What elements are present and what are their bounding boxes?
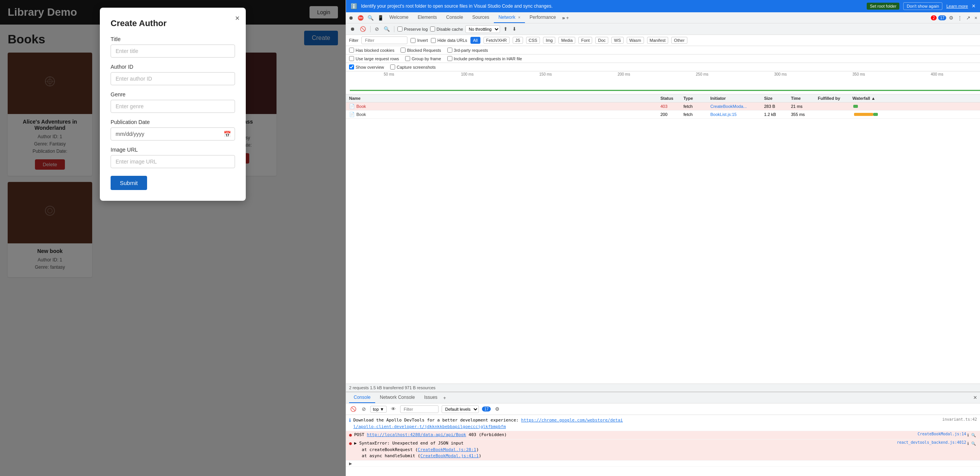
detach-button[interactable]: ↗ bbox=[965, 14, 972, 22]
hide-data-urls-label[interactable]: Hide data URLs bbox=[431, 38, 467, 43]
learn-more-link[interactable]: Learn more bbox=[946, 4, 968, 8]
console-row-info-button[interactable]: ℹ bbox=[966, 432, 970, 438]
filter-fetch-xhr-button[interactable]: Fetch/XHR bbox=[483, 37, 510, 44]
search-button[interactable]: 🔍 bbox=[382, 25, 391, 33]
console-filter-input[interactable] bbox=[400, 405, 439, 413]
tab-network[interactable]: Network × bbox=[494, 12, 525, 23]
blocked-requests-checkbox[interactable] bbox=[401, 48, 406, 53]
include-pending-label[interactable]: Include pending requests in HAR file bbox=[447, 56, 522, 61]
settings-button[interactable]: ⚙ bbox=[948, 14, 955, 22]
clear-network-button[interactable]: 🚫 bbox=[359, 25, 367, 33]
handle-submit-link[interactable]: CreateBookModal.js:41:1 bbox=[420, 453, 478, 458]
export-button[interactable]: ⬇ bbox=[511, 25, 518, 33]
row-initiator-1[interactable]: CreateBookModa... bbox=[710, 104, 764, 109]
add-bottom-tab-button[interactable]: + bbox=[442, 394, 447, 402]
hide-data-urls-checkbox[interactable] bbox=[431, 38, 436, 43]
filter-all-button[interactable]: All bbox=[470, 37, 480, 44]
console-row-search-button-2[interactable]: 🔍 bbox=[970, 440, 977, 447]
default-levels-select[interactable]: Default levels bbox=[442, 405, 479, 413]
console-row-info-button-2[interactable]: ℹ bbox=[966, 440, 970, 447]
filter-manifest-button[interactable]: Manifest bbox=[647, 37, 669, 44]
record-network-button[interactable]: ⏺ bbox=[349, 25, 356, 33]
group-by-frame-checkbox[interactable] bbox=[405, 56, 410, 61]
group-by-frame-label[interactable]: Group by frame bbox=[405, 56, 441, 61]
import-button[interactable]: ⬆ bbox=[502, 25, 509, 33]
device-toolbar-button[interactable]: 📱 bbox=[376, 14, 385, 22]
capture-screenshots-checkbox[interactable] bbox=[390, 64, 395, 69]
add-tab-button[interactable]: + bbox=[565, 14, 570, 22]
title-input[interactable] bbox=[111, 45, 235, 58]
genre-input[interactable] bbox=[111, 100, 235, 113]
stop-button[interactable]: ⛔ bbox=[356, 14, 365, 22]
filter-font-button[interactable]: Font bbox=[578, 37, 592, 44]
capture-screenshots-label[interactable]: Capture screenshots bbox=[390, 64, 436, 69]
console-stop-button[interactable]: ⊘ bbox=[361, 405, 367, 413]
tab-performance[interactable]: Performance bbox=[525, 12, 561, 23]
publication-date-input[interactable] bbox=[111, 127, 235, 140]
show-overview-label[interactable]: Show overview bbox=[349, 64, 384, 69]
apollo-devtools-link-2[interactable]: l/apollo-client-developer-t/jdkknkkbebba… bbox=[353, 424, 506, 429]
console-settings-button[interactable]: ⚙ bbox=[494, 405, 501, 413]
console-row-search-button[interactable]: 🔍 bbox=[970, 432, 977, 438]
filter-wasm-button[interactable]: Wasm bbox=[627, 37, 644, 44]
more-tabs-button[interactable]: » bbox=[562, 15, 565, 21]
include-pending-checkbox[interactable] bbox=[447, 56, 452, 61]
row-initiator-2[interactable]: BookList.js:15 bbox=[710, 112, 764, 117]
console-expand-button[interactable]: ▶ bbox=[349, 461, 352, 466]
bottom-tab-console[interactable]: Console bbox=[349, 392, 375, 403]
dont-show-button[interactable]: Don't show again bbox=[903, 2, 942, 10]
close-devtools-button[interactable]: × bbox=[973, 14, 978, 22]
blocked-requests-label[interactable]: Blocked Requests bbox=[401, 48, 441, 53]
network-row[interactable]: 📄 Book 200 fetch BookList.js:15 1.2 kB 3… bbox=[346, 111, 980, 119]
apollo-devtools-link[interactable]: https://chrome.google.com/webstore/detai bbox=[521, 418, 623, 423]
inspect-button[interactable]: 🔍 bbox=[366, 14, 375, 22]
filter-css-button[interactable]: CSS bbox=[526, 37, 540, 44]
show-overview-checkbox[interactable] bbox=[349, 64, 354, 69]
customize-button[interactable]: ⋮ bbox=[956, 14, 963, 22]
filter-js-button[interactable]: JS bbox=[513, 37, 523, 44]
image-url-input[interactable] bbox=[111, 155, 235, 168]
modal-close-button[interactable]: × bbox=[235, 14, 240, 23]
third-party-checkbox[interactable] bbox=[447, 48, 452, 53]
devtools-close-button[interactable]: × bbox=[972, 3, 975, 10]
large-rows-label[interactable]: Use large request rows bbox=[349, 56, 399, 61]
bottom-tab-network-console[interactable]: Network Console bbox=[375, 392, 419, 403]
filter-doc-button[interactable]: Doc bbox=[595, 37, 608, 44]
submit-button[interactable]: Submit bbox=[111, 176, 147, 190]
network-filter-input[interactable] bbox=[361, 36, 407, 44]
record-button[interactable]: ⏺ bbox=[348, 14, 355, 22]
set-root-folder-button[interactable]: Set root folder bbox=[867, 3, 899, 10]
third-party-label[interactable]: 3rd-party requests bbox=[447, 48, 488, 53]
network-row[interactable]: 📄 Book 403 fetch CreateBookModa... 283 B… bbox=[346, 102, 980, 111]
console-source-2[interactable]: CreateBookModal.js:14 bbox=[918, 432, 966, 436]
invert-label[interactable]: Invert bbox=[411, 38, 428, 43]
tab-sources[interactable]: Sources bbox=[468, 12, 494, 23]
author-id-input[interactable] bbox=[111, 72, 235, 85]
create-book-link[interactable]: CreateBookModal.js:28:1 bbox=[418, 447, 476, 452]
bottom-panel-close-button[interactable]: × bbox=[973, 394, 977, 401]
filter-other-button[interactable]: Other bbox=[671, 37, 687, 44]
preserve-log-label[interactable]: Preserve log bbox=[397, 26, 428, 31]
large-rows-checkbox[interactable] bbox=[349, 56, 354, 61]
tab-welcome[interactable]: Welcome bbox=[385, 12, 413, 23]
console-source-3[interactable]: react_devtools_backend.js:4012 bbox=[897, 440, 966, 445]
filter-button[interactable]: ⊘ bbox=[374, 25, 380, 33]
disable-cache-label[interactable]: Disable cache bbox=[430, 26, 463, 31]
post-link[interactable]: http://localhost:4280/data-api/api/Book bbox=[367, 432, 466, 437]
invert-checkbox[interactable] bbox=[411, 38, 416, 43]
row-name-1: 📄 Book bbox=[349, 104, 661, 109]
throttle-select[interactable]: No throttling bbox=[465, 25, 500, 33]
filter-media-button[interactable]: Media bbox=[558, 37, 575, 44]
blocked-cookies-checkbox[interactable] bbox=[349, 48, 354, 53]
tab-console[interactable]: Console bbox=[442, 12, 468, 23]
disable-cache-checkbox[interactable] bbox=[430, 26, 435, 31]
filter-img-button[interactable]: Img bbox=[543, 37, 555, 44]
filter-ws-button[interactable]: WS bbox=[611, 37, 624, 44]
blocked-cookies-label[interactable]: Has blocked cookies bbox=[349, 48, 394, 53]
console-eye-button[interactable]: 👁 bbox=[390, 405, 397, 413]
bottom-tab-issues[interactable]: Issues bbox=[419, 392, 442, 403]
console-clear-button[interactable]: 🚫 bbox=[349, 405, 358, 413]
preserve-log-checkbox[interactable] bbox=[397, 26, 402, 31]
tab-elements[interactable]: Elements bbox=[413, 12, 442, 23]
network-tab-close[interactable]: × bbox=[518, 15, 520, 20]
